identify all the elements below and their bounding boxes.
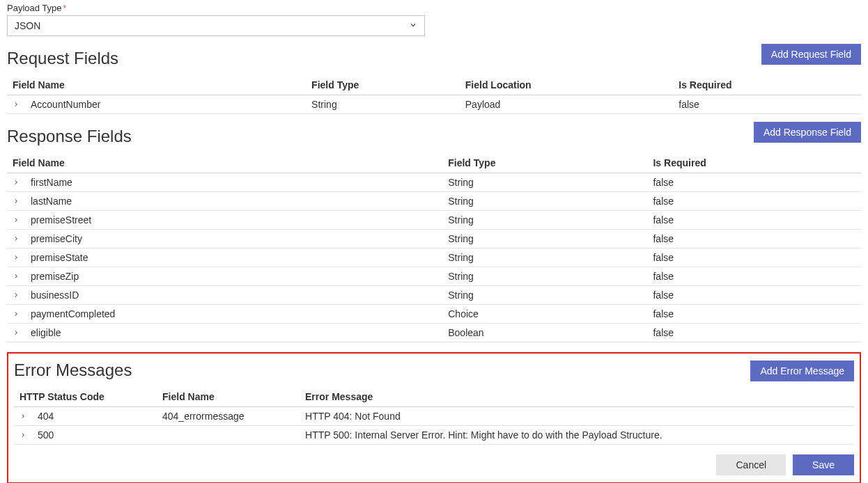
chevron-right-icon[interactable]: [20, 411, 29, 422]
table-row[interactable]: paymentCompletedChoicefalse: [7, 305, 861, 324]
field-name-cell: businessID: [31, 290, 79, 301]
chevron-right-icon[interactable]: [13, 271, 22, 282]
table-row[interactable]: firstNameStringfalse: [7, 173, 861, 192]
field-name-cell: eligible: [31, 327, 61, 338]
field-required-cell: false: [647, 248, 861, 267]
field-type-cell: String: [442, 173, 647, 192]
table-row[interactable]: AccountNumberStringPayloadfalse: [7, 95, 861, 114]
chevron-right-icon[interactable]: [13, 234, 22, 244]
chevron-right-icon[interactable]: [13, 328, 22, 338]
chevron-right-icon[interactable]: [13, 290, 22, 301]
field-type-cell: String: [442, 248, 647, 267]
field-required-cell: false: [647, 173, 861, 192]
table-row[interactable]: eligibleBooleanfalse: [7, 324, 861, 342]
field-name-cell: premiseState: [31, 252, 88, 263]
field-required-cell: false: [673, 95, 861, 114]
add-response-field-button[interactable]: Add Response Field: [754, 122, 861, 143]
add-error-message-button[interactable]: Add Error Message: [750, 361, 854, 381]
chevron-down-icon: [409, 21, 417, 31]
payload-type-label: Payload Type*: [7, 3, 861, 13]
chevron-right-icon[interactable]: [13, 215, 22, 225]
table-row[interactable]: lastNameStringfalse: [7, 192, 861, 211]
field-type-cell: String: [442, 230, 647, 248]
error-header-code: HTTP Status Code: [14, 387, 157, 407]
field-type-cell: Boolean: [442, 324, 647, 342]
table-row[interactable]: 404404_errormessageHTTP 404: Not Found: [14, 407, 854, 426]
required-asterisk: *: [63, 3, 67, 13]
error-messages-panel: Error Messages Add Error Message HTTP St…: [7, 352, 861, 483]
error-code-cell: 500: [38, 429, 54, 441]
table-row[interactable]: premiseStateStringfalse: [7, 248, 861, 267]
payload-type-select[interactable]: JSON: [7, 15, 425, 36]
field-location-cell: Payload: [460, 95, 674, 114]
response-header-name: Field Name: [7, 153, 442, 173]
chevron-right-icon[interactable]: [20, 430, 29, 441]
field-name-cell: premiseStreet: [31, 214, 91, 225]
field-name-cell: paymentCompleted: [31, 308, 115, 319]
field-required-cell: false: [647, 305, 861, 324]
request-header-name: Field Name: [7, 75, 306, 95]
field-type-cell: String: [442, 192, 647, 211]
request-header-location: Field Location: [460, 75, 674, 95]
add-request-field-button[interactable]: Add Request Field: [761, 44, 861, 65]
response-header-type: Field Type: [442, 153, 647, 173]
field-required-cell: false: [647, 286, 861, 305]
chevron-right-icon[interactable]: [13, 100, 22, 110]
field-required-cell: false: [647, 324, 861, 342]
field-name-cell: lastName: [31, 196, 72, 207]
field-name-cell: premiseZip: [31, 271, 79, 282]
cancel-button[interactable]: Cancel: [716, 454, 786, 475]
chevron-right-icon[interactable]: [13, 196, 22, 207]
field-type-cell: String: [442, 286, 647, 305]
table-row[interactable]: premiseZipStringfalse: [7, 267, 861, 286]
response-header-required: Is Required: [647, 153, 861, 173]
field-required-cell: false: [647, 192, 861, 211]
field-name-cell: firstName: [31, 177, 72, 188]
request-header-required: Is Required: [673, 75, 861, 95]
table-row[interactable]: premiseStreetStringfalse: [7, 211, 861, 230]
table-row[interactable]: 500HTTP 500: Internal Server Error. Hint…: [14, 426, 854, 445]
table-row[interactable]: businessIDStringfalse: [7, 286, 861, 305]
error-messages-heading: Error Messages: [14, 361, 132, 380]
save-button[interactable]: Save: [793, 454, 854, 475]
field-name-cell: premiseCity: [31, 233, 82, 244]
error-code-cell: 404: [38, 411, 54, 422]
response-fields-table: Field Name Field Type Is Required firstN…: [7, 153, 861, 342]
request-header-type: Field Type: [306, 75, 460, 95]
field-required-cell: false: [647, 211, 861, 230]
error-header-field: Field Name: [157, 387, 300, 407]
field-type-cell: Choice: [442, 305, 647, 324]
field-type-cell: String: [306, 95, 460, 114]
field-type-cell: String: [442, 211, 647, 230]
error-header-message: Error Message: [300, 387, 854, 407]
field-required-cell: false: [647, 267, 861, 286]
response-fields-heading: Response Fields: [7, 127, 132, 146]
chevron-right-icon[interactable]: [13, 309, 22, 319]
field-type-cell: String: [442, 267, 647, 286]
chevron-right-icon[interactable]: [13, 253, 22, 263]
chevron-right-icon[interactable]: [13, 177, 22, 188]
payload-type-value: JSON: [15, 20, 40, 31]
field-name-cell: AccountNumber: [31, 99, 100, 110]
error-field-cell: 404_errormessage: [157, 407, 300, 426]
request-fields-table: Field Name Field Type Field Location Is …: [7, 75, 861, 114]
error-field-cell: [157, 426, 300, 445]
field-required-cell: false: [647, 230, 861, 248]
table-row[interactable]: premiseCityStringfalse: [7, 230, 861, 248]
request-fields-heading: Request Fields: [7, 49, 118, 68]
error-message-cell: HTTP 404: Not Found: [300, 407, 854, 426]
error-message-cell: HTTP 500: Internal Server Error. Hint: M…: [300, 426, 854, 445]
error-messages-table: HTTP Status Code Field Name Error Messag…: [14, 387, 854, 445]
